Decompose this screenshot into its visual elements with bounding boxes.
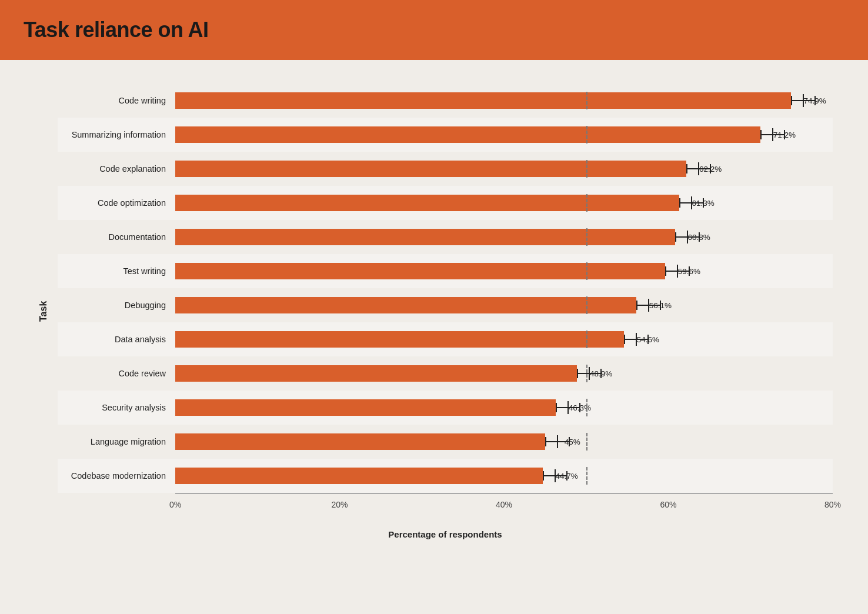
bar-fill: 45% [175, 433, 545, 450]
bar-label: Language migration [58, 437, 175, 446]
bar-label: Debugging [58, 301, 175, 310]
error-bar [791, 92, 816, 109]
bar-fill: 60.8% [175, 229, 675, 245]
bar-fill: 54.6% [175, 331, 624, 348]
bar-row: Documentation60.8% [58, 220, 833, 254]
dashed-reference-line [586, 262, 587, 280]
bar-row: Code writing74.9% [58, 84, 833, 118]
bar-row: Codebase modernization44.7% [58, 459, 833, 493]
error-bar [679, 195, 704, 211]
x-tick-label: 80% [824, 500, 841, 509]
bar-fill: 71.2% [175, 126, 760, 143]
error-bar [545, 433, 570, 450]
dashed-reference-line [586, 296, 587, 314]
bar-track: 54.6% [175, 331, 833, 348]
dashed-reference-line [586, 228, 587, 246]
bar-track: 60.8% [175, 228, 833, 246]
bar-row: Data analysis54.6% [58, 322, 833, 356]
bar-label: Documentation [58, 232, 175, 242]
dashed-reference-line [586, 160, 587, 178]
bar-label: Code review [58, 369, 175, 378]
bar-label: Test writing [58, 266, 175, 276]
dashed-reference-line [586, 331, 587, 348]
bar-row: Code explanation62.2% [58, 152, 833, 186]
bar-row: Code optimization61.3% [58, 186, 833, 220]
error-bar [636, 297, 661, 313]
x-tick: 20% [331, 500, 348, 509]
error-bar [675, 229, 700, 245]
error-bar [686, 161, 711, 177]
error-bar [760, 126, 785, 143]
bar-track: 74.9% [175, 92, 833, 109]
bar-fill: 74.9% [175, 92, 791, 109]
bar-track: 48.9% [175, 365, 833, 382]
dashed-reference-line [586, 433, 587, 451]
dashed-reference-line [586, 365, 587, 382]
bar-fill: 46.3% [175, 399, 556, 416]
bar-track: 71.2% [175, 126, 833, 144]
bar-track: 62.2% [175, 160, 833, 178]
bar-row: Debugging56.1% [58, 288, 833, 322]
dashed-reference-line [586, 194, 587, 212]
bar-fill: 59.6% [175, 263, 665, 279]
x-axis-title: Percentage of respondents [58, 529, 833, 539]
bar-row: Summarizing information71.2% [58, 118, 833, 152]
bar-row: Test writing59.6% [58, 254, 833, 288]
bars-section: Code writing74.9%Summarizing information… [58, 84, 833, 493]
x-tick-label: 0% [169, 500, 181, 509]
dashed-reference-line [586, 92, 587, 109]
dashed-reference-line [586, 399, 587, 416]
error-bar [577, 365, 602, 382]
x-tick: 0% [169, 500, 181, 509]
x-tick: 40% [496, 500, 512, 509]
x-tick-label: 40% [496, 500, 512, 509]
x-axis-line [175, 493, 833, 494]
error-bar [556, 399, 580, 416]
bar-label: Code writing [58, 96, 175, 105]
bar-label: Code explanation [58, 164, 175, 173]
x-tick: 80% [824, 500, 841, 509]
error-bar [624, 331, 649, 348]
bar-fill: 44.7% [175, 468, 543, 484]
dashed-reference-line [586, 126, 587, 144]
bar-label: Codebase modernization [58, 471, 175, 480]
bar-track: 45% [175, 433, 833, 451]
bar-row: Code review48.9% [58, 356, 833, 391]
bar-fill: 56.1% [175, 297, 636, 313]
bar-label: Data analysis [58, 335, 175, 344]
error-bar [543, 468, 567, 484]
bar-label: Summarizing information [58, 130, 175, 139]
bar-fill: 62.2% [175, 161, 686, 177]
x-tick-label: 60% [660, 500, 676, 509]
bar-row: Security analysis46.3% [58, 391, 833, 425]
dashed-reference-line [586, 467, 587, 485]
bar-label: Security analysis [58, 403, 175, 412]
bar-label: Code optimization [58, 198, 175, 208]
x-tick: 60% [660, 500, 676, 509]
header: Task reliance on AI [0, 0, 868, 60]
chart-area: Task Code writing74.9%Summarizing inform… [0, 60, 868, 575]
page-title: Task reliance on AI [24, 18, 844, 42]
y-axis-label: Task [35, 84, 52, 539]
bar-track: 59.6% [175, 262, 833, 280]
bar-track: 56.1% [175, 296, 833, 314]
x-tick-label: 20% [331, 500, 348, 509]
bar-track: 46.3% [175, 399, 833, 416]
bar-track: 61.3% [175, 194, 833, 212]
bar-track: 44.7% [175, 467, 833, 485]
bar-fill: 61.3% [175, 195, 679, 211]
bar-fill: 48.9% [175, 365, 577, 382]
error-bar [665, 263, 690, 279]
bar-row: Language migration45% [58, 425, 833, 459]
